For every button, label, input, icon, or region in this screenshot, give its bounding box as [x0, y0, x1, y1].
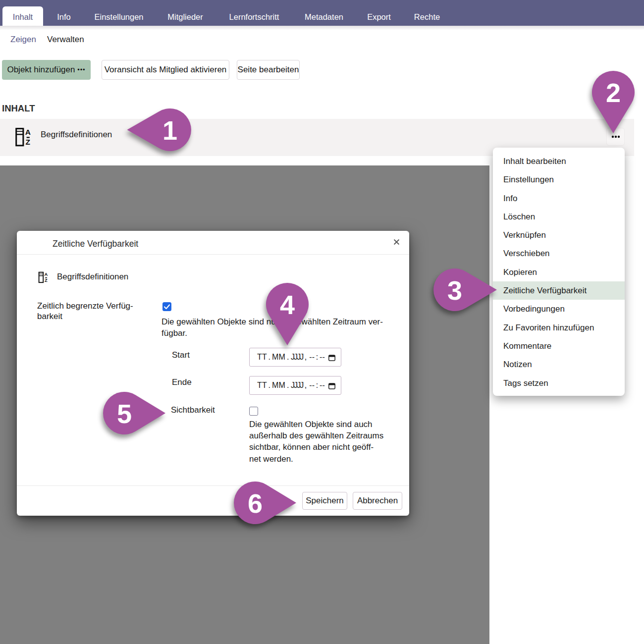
- svg-text:Z: Z: [45, 277, 48, 283]
- svg-text:4: 4: [280, 290, 295, 320]
- svg-text:3: 3: [447, 275, 462, 305]
- svg-text:1: 1: [162, 115, 177, 145]
- svg-text:5: 5: [117, 399, 132, 429]
- svg-text:6: 6: [248, 488, 263, 518]
- svg-text:Z: Z: [26, 138, 31, 146]
- svg-text:A: A: [45, 271, 48, 277]
- svg-text:2: 2: [606, 78, 621, 107]
- svg-text:A: A: [25, 128, 31, 136]
